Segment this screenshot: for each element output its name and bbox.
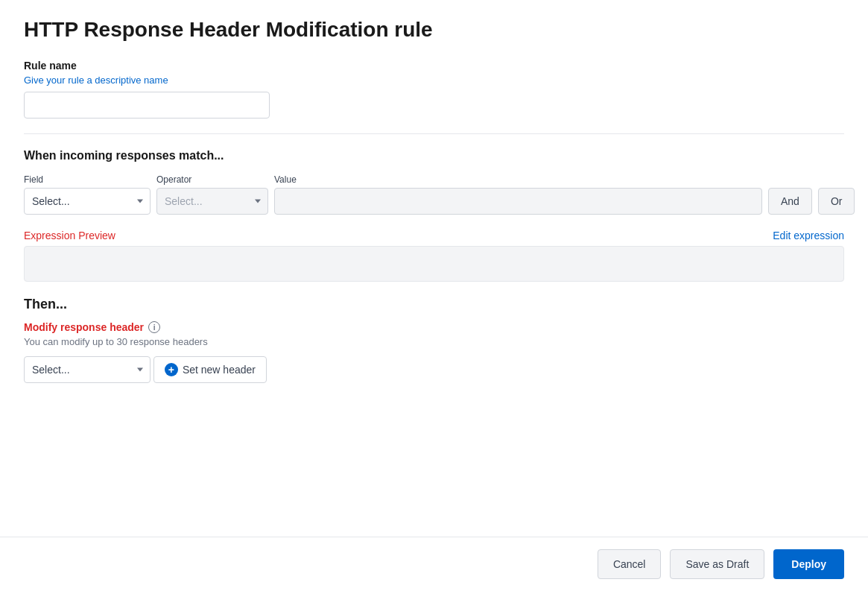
when-heading: When incoming responses match... [24,149,844,162]
expression-header: Expression Preview Edit expression [24,230,844,241]
section-divider [24,133,844,134]
field-label: Field [24,174,151,185]
modify-header-label: Modify response header i [24,321,844,333]
expression-preview-box [24,246,844,282]
footer-actions: Cancel Save as Draft Deploy [0,537,868,591]
field-select-wrapper: Select... [24,188,151,215]
action-select-wrapper: Select... [24,356,151,383]
set-new-header-button[interactable]: + Set new header [153,356,267,383]
cancel-button[interactable]: Cancel [598,549,662,579]
value-input[interactable] [274,188,762,215]
operator-select-wrapper: Select... [156,188,268,215]
and-button[interactable]: And [768,188,812,215]
operator-col: Operator Select... [156,174,268,215]
rule-name-input[interactable] [24,92,270,118]
modify-hint: You can modify up to 30 response headers [24,336,844,347]
rule-name-label: Rule name [24,60,844,72]
when-section: When incoming responses match... Field S… [24,149,844,215]
info-icon[interactable]: i [148,321,160,333]
expression-section: Expression Preview Edit expression [24,230,844,282]
rule-name-section: Rule name Give your rule a descriptive n… [24,60,844,118]
value-col: Value [274,174,762,215]
operator-select[interactable]: Select... [156,188,268,215]
then-section: Then... Modify response header i You can… [24,297,844,395]
set-new-header-label: Set new header [183,364,256,376]
expression-label: Expression Preview [24,230,115,241]
value-label: Value [274,174,762,185]
edit-expression-link[interactable]: Edit expression [773,230,844,241]
rule-name-hint: Give your rule a descriptive name [24,75,844,86]
plus-icon: + [165,363,178,376]
deploy-button[interactable]: Deploy [773,549,844,579]
save-draft-button[interactable]: Save as Draft [670,549,764,579]
page-title: HTTP Response Header Modification rule [24,18,844,42]
field-col: Field Select... [24,174,151,215]
filter-row: Field Select... Operator Select... Value… [24,174,844,215]
then-heading: Then... [24,297,844,312]
or-button[interactable]: Or [818,188,855,215]
operator-label: Operator [156,174,268,185]
action-select[interactable]: Select... [24,356,151,383]
field-select[interactable]: Select... [24,188,151,215]
